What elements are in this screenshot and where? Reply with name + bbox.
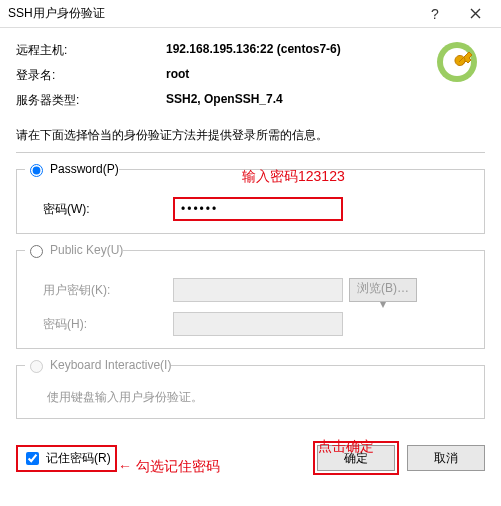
key-icon — [435, 40, 479, 84]
keyboard-radio — [30, 360, 43, 373]
remote-host-value: 192.168.195.136:22 (centos7-6) — [166, 42, 341, 59]
annotation-remember: 勾选记住密码 — [118, 458, 220, 476]
chevron-down-icon: ▾ — [380, 297, 386, 311]
help-button[interactable]: ? — [415, 2, 455, 26]
userkey-label: 用户密钥(K): — [43, 282, 173, 299]
password-radio[interactable] — [30, 164, 43, 177]
publickey-radio[interactable] — [30, 245, 43, 258]
publickey-group: Public Key(U) 用户密钥(K): 浏览(B)… ▾ 密码(H): — [16, 242, 485, 349]
instruction-text: 请在下面选择恰当的身份验证方法并提供登录所需的信息。 — [16, 127, 485, 153]
remote-host-row: 远程主机: 192.168.195.136:22 (centos7-6) — [16, 38, 485, 63]
close-icon — [470, 8, 481, 19]
password-radio-label: Password(P) — [50, 162, 119, 176]
pk-password-label: 密码(H): — [43, 316, 173, 333]
remember-password-label: 记住密码(R) — [46, 450, 111, 467]
remember-password-checkbox[interactable] — [26, 452, 39, 465]
pk-password-input — [173, 312, 343, 336]
browse-button: 浏览(B)… ▾ — [349, 278, 417, 302]
window-title: SSH用户身份验证 — [8, 5, 415, 22]
cancel-button[interactable]: 取消 — [407, 445, 485, 471]
server-type-row: 服务器类型: SSH2, OpenSSH_7.4 — [16, 88, 485, 113]
server-type-value: SSH2, OpenSSH_7.4 — [166, 92, 283, 109]
remote-host-label: 远程主机: — [16, 42, 166, 59]
keyboard-radio-label: Keyboard Interactive(I) — [50, 358, 171, 372]
keyboard-group: Keyboard Interactive(I) 使用键盘输入用户身份验证。 — [16, 357, 485, 419]
password-input[interactable] — [173, 197, 343, 221]
login-value: root — [166, 67, 189, 84]
annotation-password: 输入密码123123 — [242, 168, 345, 186]
close-button[interactable] — [455, 2, 495, 26]
login-label: 登录名: — [16, 67, 166, 84]
login-row: 登录名: root — [16, 63, 485, 88]
keyboard-hint: 使用键盘输入用户身份验证。 — [29, 389, 472, 406]
password-field-label: 密码(W): — [43, 201, 173, 218]
server-type-label: 服务器类型: — [16, 92, 166, 109]
userkey-input — [173, 278, 343, 302]
titlebar: SSH用户身份验证 ? — [0, 0, 501, 28]
dialog-footer: 记住密码(R) 确定 取消 — [0, 435, 501, 485]
publickey-radio-label: Public Key(U) — [50, 243, 123, 257]
annotation-ok: 点击确定 — [318, 438, 374, 456]
